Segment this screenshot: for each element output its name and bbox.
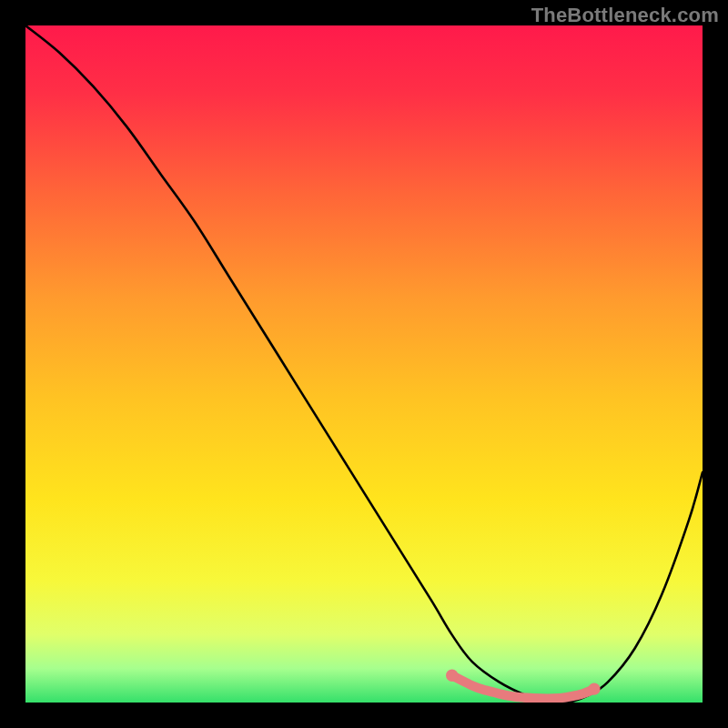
highlight-dot (588, 682, 600, 694)
curve-layer (25, 25, 703, 703)
chart-frame: TheBottleneck.com (0, 0, 728, 728)
highlight-dot (446, 670, 458, 682)
watermark-label: TheBottleneck.com (531, 4, 719, 27)
plot-area (25, 25, 703, 703)
highlight-flat-segment (452, 675, 594, 698)
bottleneck-curve (25, 25, 703, 703)
